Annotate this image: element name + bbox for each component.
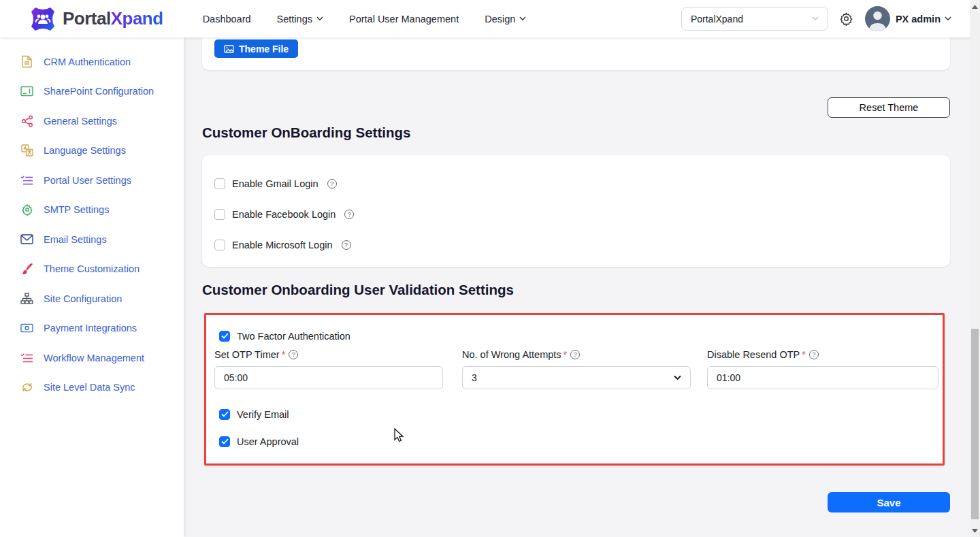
money-icon (20, 322, 33, 335)
main-nav: Dashboard Settings Portal User Managemen… (203, 14, 527, 25)
enable-microsoft-login-checkbox[interactable] (214, 240, 225, 250)
document-icon (20, 55, 33, 68)
two-factor-row: Two Factor Authentication (219, 330, 350, 342)
portal-select[interactable]: PortalXpand (681, 7, 828, 31)
onboarding-settings-card: Enable Gmail Login ? Enable Facebook Log… (202, 155, 950, 267)
chevron-down-icon (812, 16, 819, 21)
user-name: PX admin (896, 14, 951, 25)
sidebar-item-portal-user-settings[interactable]: Portal User Settings (0, 165, 184, 195)
share-nodes-icon (20, 114, 33, 127)
theme-file-card: Theme File (202, 37, 950, 70)
save-button[interactable]: Save (828, 492, 950, 512)
list-check-icon (20, 174, 33, 186)
enable-gmail-login-row: Enable Gmail Login ? (214, 178, 938, 189)
sidebar-item-sharepoint-configuration[interactable]: SharePoint Configuration (0, 77, 184, 107)
paintbrush-icon (20, 263, 33, 276)
otp-fields-row: Set OTP Timer* ? No. of Wrong Attempts* … (214, 349, 938, 389)
wrong-attempts-select[interactable]: 3 (462, 366, 691, 389)
sidebar-item-site-level-data-sync[interactable]: Site Level Data Sync (0, 373, 184, 403)
user-approval-row: User Approval (219, 436, 299, 447)
sidebar-item-theme-customization[interactable]: Theme Customization (0, 255, 184, 284)
vertical-scrollbar (970, 0, 980, 537)
enable-facebook-login-checkbox[interactable] (214, 209, 225, 220)
sync-icon (20, 381, 33, 394)
verify-email-checkbox[interactable] (219, 409, 230, 420)
wrong-attempts-field: No. of Wrong Attempts* ? 3 (462, 349, 691, 389)
sidebar-item-smtp-settings[interactable]: SMTP Settings (0, 195, 184, 225)
list-check-icon (20, 351, 33, 364)
brand-name: PortalXpand (63, 8, 163, 29)
image-icon (224, 45, 234, 53)
top-navbar: PortalXpand Dashboard Settings Portal Us… (0, 0, 980, 37)
sidebar-item-workflow-management[interactable]: Workflow Management (0, 343, 184, 373)
help-icon[interactable]: ? (342, 240, 351, 250)
brand-logo[interactable]: PortalXpand (30, 6, 163, 32)
theme-file-button[interactable]: Theme File (214, 39, 298, 58)
two-factor-label: Two Factor Authentication (237, 331, 350, 342)
help-icon[interactable]: ? (570, 350, 580, 359)
help-icon[interactable]: ? (344, 210, 354, 219)
sidebar-item-payment-integrations[interactable]: Payment Integrations (0, 314, 184, 344)
enable-microsoft-login-row: Enable Microsoft Login ? (214, 239, 938, 250)
disable-resend-otp-field: Disable Resend OTP* ? (707, 349, 938, 389)
user-approval-label: User Approval (237, 436, 299, 447)
sidebar-item-general-settings[interactable]: General Settings (0, 106, 184, 136)
enable-facebook-login-row: Enable Facebook Login ? (214, 208, 938, 220)
help-icon[interactable]: ? (809, 350, 819, 359)
check-icon (221, 438, 229, 444)
sidebar: CRM Authentication SharePoint Configurat… (0, 37, 184, 537)
user-approval-checkbox[interactable] (219, 436, 230, 447)
wrong-attempts-label: No. of Wrong Attempts* ? (462, 349, 691, 360)
help-icon[interactable]: ? (327, 179, 337, 189)
enable-gmail-login-label: Enable Gmail Login (232, 178, 318, 189)
sidebar-item-email-settings[interactable]: Email Settings (0, 225, 184, 255)
sidebar-item-language-settings[interactable]: Language Settings (0, 136, 184, 166)
gear-icon (20, 204, 33, 216)
monitor-icon (20, 85, 33, 98)
portalxpand-logo-icon (30, 6, 56, 32)
scrollbar-thumb[interactable] (971, 329, 979, 519)
chevron-down-icon (519, 16, 526, 21)
check-icon (221, 333, 229, 339)
nav-portal-user-management[interactable]: Portal User Management (349, 14, 459, 25)
validation-settings-card: Two Factor Authentication Set OTP Timer*… (204, 313, 945, 466)
set-otp-timer-field: Set OTP Timer* ? (214, 349, 443, 389)
enable-facebook-login-label: Enable Facebook Login (232, 209, 336, 220)
set-otp-timer-label: Set OTP Timer* ? (214, 349, 443, 360)
onboarding-settings-title: Customer OnBoarding Settings (202, 125, 410, 141)
nav-dashboard[interactable]: Dashboard (203, 14, 251, 25)
disable-resend-otp-label: Disable Resend OTP* ? (707, 349, 938, 360)
check-icon (221, 411, 229, 417)
enable-gmail-login-checkbox[interactable] (214, 178, 225, 189)
nav-design[interactable]: Design (485, 14, 526, 25)
sitemap-icon (20, 292, 33, 305)
two-factor-checkbox[interactable] (219, 331, 230, 342)
verify-email-label: Verify Email (237, 409, 289, 420)
set-otp-timer-input[interactable] (214, 366, 443, 389)
avatar (865, 6, 890, 31)
language-icon (20, 144, 33, 157)
chevron-down-icon (674, 375, 681, 380)
user-menu[interactable]: PX admin (865, 6, 951, 31)
scroll-up-arrow[interactable] (970, 1, 980, 12)
chevron-down-icon (945, 16, 951, 21)
disable-resend-otp-input[interactable] (707, 366, 938, 389)
envelope-icon (20, 233, 33, 246)
settings-gear-icon[interactable] (838, 11, 855, 27)
enable-microsoft-login-label: Enable Microsoft Login (232, 240, 333, 250)
chevron-down-icon (316, 16, 323, 21)
header-right: PortalXpand PX admin (681, 6, 980, 31)
scroll-down-arrow[interactable] (970, 525, 980, 536)
help-icon[interactable]: ? (289, 350, 298, 359)
verify-email-row: Verify Email (219, 408, 289, 420)
nav-settings[interactable]: Settings (277, 14, 323, 25)
reset-theme-button[interactable]: Reset Theme (828, 97, 950, 118)
validation-settings-title: Customer Onboarding User Validation Sett… (202, 282, 514, 298)
sidebar-item-crm-authentication[interactable]: CRM Authentication (0, 47, 184, 77)
sidebar-item-site-configuration[interactable]: Site Configuration (0, 284, 184, 314)
